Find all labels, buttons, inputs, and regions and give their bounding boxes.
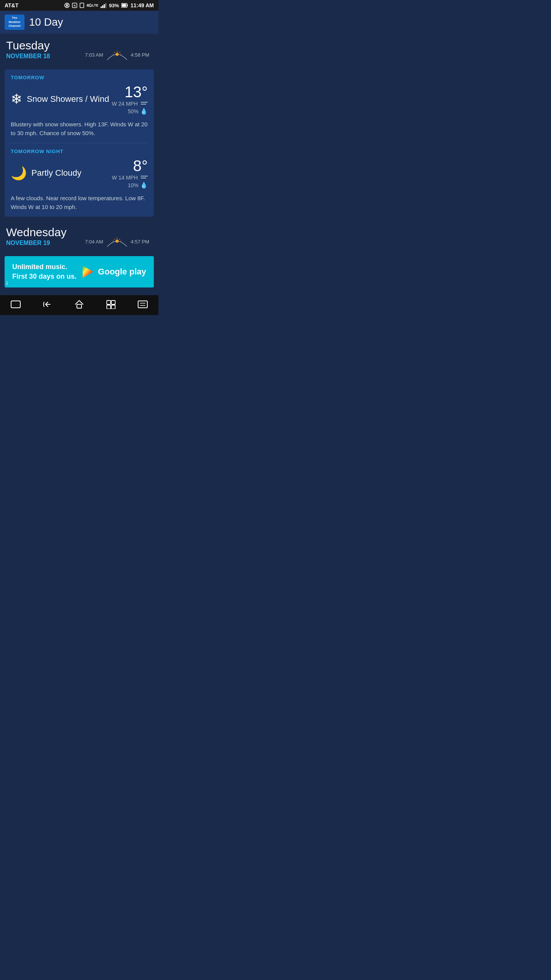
network-label: 4GLTE — [86, 3, 98, 8]
tomorrow-wind: W 24 MPH — [112, 101, 148, 107]
snow-icon: ❄ — [11, 91, 22, 107]
recent-apps-button[interactable] — [11, 301, 21, 310]
svg-rect-7 — [101, 7, 102, 8]
bluetooth-icon — [64, 2, 70, 8]
tomorrow-condition-text: Snow Showers / Wind — [27, 94, 109, 104]
svg-rect-34 — [111, 301, 115, 304]
svg-rect-9 — [104, 4, 105, 8]
battery-percent: 93% — [109, 3, 119, 8]
svg-rect-10 — [105, 3, 106, 8]
svg-text:N: N — [73, 4, 75, 7]
carrier-label: AT&T — [5, 2, 18, 8]
sunrise-time: 7:03 AM — [85, 52, 103, 58]
battery-icon — [121, 3, 128, 8]
tasks-button[interactable] — [106, 300, 116, 310]
svg-point-24 — [115, 240, 119, 243]
back-button[interactable] — [42, 301, 52, 310]
svg-line-27 — [114, 239, 115, 240]
tomorrow-description: Blustery with snow showers. High 13F. Wi… — [11, 120, 148, 137]
app-header: The Weather Channel 10 Day — [0, 11, 158, 34]
svg-marker-30 — [83, 266, 93, 278]
tomorrow-night-condition-row: 🌙 Partly Cloudy 8° W 14 MPH 10% 💧 — [11, 157, 148, 189]
tomorrow-card: TOMORROW ❄ Snow Showers / Wind 13° W 24 … — [5, 69, 154, 217]
phone-icon — [80, 3, 84, 8]
tomorrow-night-condition-right: 8° W 14 MPH 10% 💧 — [112, 157, 148, 189]
menu-button[interactable] — [138, 301, 148, 310]
sunset-time: 4:58 PM — [131, 52, 149, 58]
tomorrow-night-condition-text: Partly Cloudy — [31, 168, 82, 178]
tomorrow-label: TOMORROW — [11, 75, 148, 80]
svg-point-14 — [115, 53, 119, 56]
wednesday-section: Wednesday NOVEMBER 19 7:04 AM 4:57 PM — [0, 220, 158, 252]
svg-rect-36 — [111, 305, 115, 309]
svg-line-16 — [119, 52, 120, 53]
tomorrow-night-temp: 8° — [112, 157, 148, 175]
ad-banner[interactable]: Unlimited music. First 30 days on us. Go… — [5, 256, 154, 287]
svg-rect-37 — [138, 301, 147, 308]
wind-icon-night — [141, 175, 148, 181]
nav-bar — [0, 295, 158, 315]
wed-sunrise-time: 7:04 AM — [85, 239, 103, 245]
svg-line-26 — [119, 239, 120, 240]
period-divider — [11, 143, 148, 143]
tomorrow-temp: 13° — [112, 83, 148, 101]
svg-rect-13 — [122, 4, 126, 7]
tomorrow-night-wind: W 14 MPH — [112, 175, 148, 181]
tomorrow-condition-left: ❄ Snow Showers / Wind — [11, 91, 109, 107]
wind-icon — [141, 101, 148, 107]
tomorrow-condition-right: 13° W 24 MPH 50% 💧 — [112, 83, 148, 115]
home-button[interactable] — [74, 300, 84, 310]
svg-rect-12 — [127, 5, 128, 6]
tomorrow-condition-row: ❄ Snow Showers / Wind 13° W 24 MPH 50% 💧 — [11, 83, 148, 115]
tuesday-section: Tuesday NOVEMBER 18 7:03 AM 4:58 PM — [0, 34, 158, 65]
sun-arc-icon — [106, 48, 129, 62]
svg-rect-32 — [77, 304, 82, 308]
google-play-icon — [81, 265, 95, 279]
ad-logo: Google play — [81, 265, 146, 279]
twc-logo: The Weather Channel — [5, 15, 24, 29]
header-title: 10 Day — [29, 16, 63, 28]
nfc-icon: N — [72, 3, 77, 8]
tomorrow-night-condition-left: 🌙 Partly Cloudy — [11, 165, 82, 181]
wed-sun-arc-icon — [106, 235, 129, 248]
tomorrow-precip: 50% 💧 — [112, 108, 148, 115]
night-precip-drop-icon: 💧 — [140, 181, 148, 189]
signal-bars — [101, 3, 107, 8]
google-play-text: Google play — [98, 267, 146, 277]
tomorrow-night-description: A few clouds. Near record low temperatur… — [11, 194, 148, 211]
status-bar: AT&T N 4GLTE — [0, 0, 158, 11]
svg-rect-6 — [80, 3, 84, 8]
status-right: N 4GLTE 93% — [64, 2, 154, 8]
ad-info-icon: ℹ — [6, 281, 8, 286]
tomorrow-night-precip: 10% 💧 — [112, 181, 148, 189]
svg-rect-35 — [107, 305, 111, 309]
ad-line1: Unlimited music. — [12, 262, 77, 272]
precip-drop-icon: 💧 — [140, 108, 148, 115]
ad-line2: First 30 days on us. — [12, 272, 77, 281]
svg-line-17 — [114, 52, 115, 53]
time-display: 11:49 AM — [130, 2, 154, 8]
partly-cloudy-night-icon: 🌙 — [11, 165, 27, 181]
svg-rect-33 — [107, 301, 111, 304]
svg-rect-8 — [102, 5, 103, 8]
ad-text-block: Unlimited music. First 30 days on us. — [12, 262, 77, 281]
tomorrow-night-label: TOMORROW NIGHT — [11, 149, 148, 154]
wed-sunset-time: 4:57 PM — [131, 239, 149, 245]
svg-rect-31 — [11, 301, 20, 308]
